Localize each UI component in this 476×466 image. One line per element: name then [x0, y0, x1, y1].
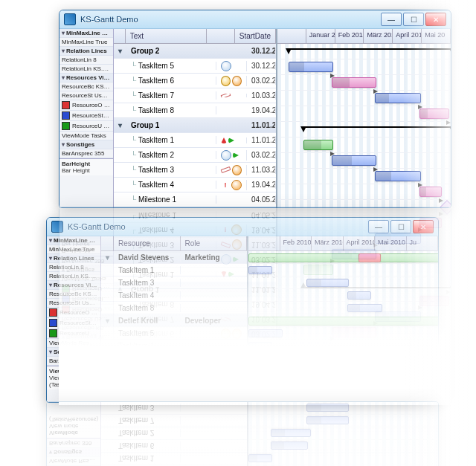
- task-row[interactable]: └ TaskItem 710.03.2010: [114, 88, 276, 103]
- task-bar[interactable]: [248, 342, 272, 350]
- property-row[interactable]: RelationLin 8: [47, 263, 100, 272]
- gantt-timeline[interactable]: Feb 2010März 2010April 2010Mai 2010Ju: [248, 401, 438, 466]
- task-bar[interactable]: [289, 62, 333, 72]
- property-row[interactable]: ResourceBc KS.Gantt.Bar: [47, 290, 100, 299]
- property-row[interactable]: BarAnsprec 355: [47, 357, 100, 366]
- property-row[interactable]: ViewMode Resources: [47, 456, 100, 465]
- overallocation-bar[interactable]: [358, 253, 381, 262]
- task-bar[interactable]: [306, 392, 349, 401]
- task-bar[interactable]: [271, 441, 308, 450]
- resource-group-row[interactable]: ▾Detlef KrollDeveloper: [101, 314, 247, 327]
- resource-task-row[interactable]: TaskItem 3: [101, 276, 247, 289]
- resource-task-row[interactable]: TaskItem 4: [101, 289, 247, 302]
- property-row[interactable]: ResourceO Red: [47, 308, 100, 318]
- property-row[interactable]: ResourceU Green: [60, 121, 113, 132]
- resource-task-row[interactable]: TaskItem 6: [101, 352, 247, 365]
- property-row[interactable]: ▾Resources View: [47, 281, 100, 290]
- task-bar[interactable]: [419, 187, 442, 197]
- property-row[interactable]: ResourceO Red: [60, 100, 113, 111]
- resource-task-row[interactable]: TaskItem 1: [101, 340, 247, 352]
- property-row[interactable]: ▾Sonstiges: [60, 140, 113, 149]
- property-row[interactable]: ▾Sonstiges: [47, 348, 100, 357]
- gantt-timeline[interactable]: Januar 2010Feb 2010März 2010April 2010Ma…: [277, 29, 451, 208]
- task-row[interactable]: └ TaskItem 111.01.2010: [114, 133, 276, 148]
- group-row[interactable]: ▾Group 111.01.2010: [114, 118, 276, 133]
- col-role-header[interactable]: Role: [181, 236, 248, 250]
- resource-summary-bar[interactable]: [248, 253, 438, 262]
- minimize-button[interactable]: —: [368, 220, 389, 233]
- property-row[interactable]: MinMaxLine True: [47, 245, 100, 254]
- property-row[interactable]: ResourceSt UseDefaultB: [47, 299, 100, 308]
- resource-group-row[interactable]: ▾David StevensMarketing: [101, 251, 247, 264]
- resource-summary-bar[interactable]: [248, 317, 438, 326]
- property-row[interactable]: ResourceSt Blue: [47, 318, 100, 329]
- property-grid[interactable]: ▾MinMaxLine KS.Gantt.LinMinMaxLine True▾…: [60, 29, 114, 208]
- resource-task-row[interactable]: TaskItem 1: [101, 452, 247, 465]
- task-bar[interactable]: [347, 291, 371, 300]
- close-button[interactable]: ✕: [425, 13, 446, 26]
- resource-task-row[interactable]: TaskItem 1: [101, 264, 247, 276]
- col-text-header[interactable]: Text: [126, 29, 207, 43]
- property-row[interactable]: RelationLin KS.Gantt.Lin: [60, 65, 113, 74]
- maximize-button[interactable]: ☐: [403, 13, 424, 26]
- row-toggle[interactable]: ▾: [114, 47, 126, 55]
- resource-task-row[interactable]: TaskItem 3: [101, 401, 247, 414]
- resource-task-row[interactable]: TaskItem 5: [101, 327, 247, 340]
- task-bar[interactable]: [419, 109, 449, 119]
- titlebar[interactable]: KS-Gantt Demo — ☐ ✕: [47, 218, 438, 236]
- task-bar[interactable]: [271, 429, 311, 437]
- property-row[interactable]: MinMaxLine True: [60, 38, 113, 47]
- task-bar[interactable]: [347, 304, 382, 312]
- task-bar[interactable]: [332, 77, 376, 88]
- property-row[interactable]: ▾Sonstiges: [47, 447, 100, 456]
- task-bar[interactable]: [248, 454, 272, 462]
- property-row[interactable]: BarAnsprec 355: [60, 149, 113, 158]
- task-bar[interactable]: [271, 355, 308, 363]
- task-row[interactable]: └ TaskItem 203.02.2010: [114, 148, 276, 163]
- resource-task-row[interactable]: TaskItem 6: [101, 439, 247, 452]
- property-row[interactable]: ViewMode Tasks: [60, 132, 113, 140]
- property-row[interactable]: RelationLin 8: [60, 56, 113, 65]
- property-row[interactable]: ▾Relation Lines: [47, 254, 100, 263]
- task-row[interactable]: └ TaskItem 4!19.04.2010: [114, 178, 276, 192]
- task-bar[interactable]: [306, 416, 349, 424]
- property-grid[interactable]: ▾MinMaxLine KS.Gantt.LinMinMaxLine True▾…: [47, 401, 101, 466]
- close-button[interactable]: ✕: [413, 220, 434, 233]
- maximize-button[interactable]: ☐: [390, 220, 411, 233]
- task-row[interactable]: └ TaskItem 311.03.2010: [114, 163, 276, 178]
- gantt-timeline[interactable]: Feb 2010März 2010April 2010Mai 2010Ju: [248, 236, 438, 403]
- property-row[interactable]: RelationLin KS.Gantt.Lin: [47, 272, 100, 281]
- task-row[interactable]: └ TaskItem 603.02.2010: [114, 74, 276, 88]
- property-row[interactable]: ResourceSt Blue: [60, 111, 113, 121]
- task-bar[interactable]: [306, 380, 349, 388]
- task-bar[interactable]: [248, 266, 272, 274]
- property-row[interactable]: BarAnsprec 355: [47, 439, 100, 447]
- task-bar[interactable]: [375, 171, 421, 181]
- task-bar[interactable]: [248, 329, 283, 337]
- property-row[interactable]: ResourceSt UseDefaultB: [60, 91, 113, 100]
- property-row[interactable]: ResourceU Green: [47, 329, 100, 339]
- resource-grid[interactable]: Resource Role ▾David StevensMarketingTas…: [101, 401, 248, 466]
- property-row[interactable]: ▾MinMaxLine KS.Gantt.Lin: [47, 236, 100, 245]
- property-grid[interactable]: ▾MinMaxLine KS.Gantt.LinMinMaxLine True▾…: [47, 236, 101, 403]
- row-toggle[interactable]: ▾: [101, 317, 114, 325]
- property-row[interactable]: ▾Resources View: [60, 74, 113, 82]
- resource-task-row[interactable]: TaskItem 8: [101, 302, 247, 314]
- task-grid[interactable]: Text StartDate ▾Group 230.12.2009└ TaskI…: [114, 29, 277, 208]
- task-bar[interactable]: [303, 140, 333, 150]
- property-row[interactable]: ViewMode Resources: [47, 339, 100, 348]
- task-bar[interactable]: [306, 404, 349, 412]
- resource-task-row[interactable]: TaskItem 3: [101, 390, 247, 403]
- minimize-button[interactable]: —: [381, 13, 402, 26]
- resource-task-row[interactable]: TaskItem 2: [101, 427, 247, 439]
- resource-task-row[interactable]: TaskItem 7: [101, 414, 247, 427]
- resource-grid[interactable]: Resource Role ▾David StevensMarketingTas…: [101, 236, 248, 403]
- row-toggle[interactable]: ▾: [114, 121, 126, 129]
- task-bar[interactable]: [306, 279, 349, 287]
- task-bar[interactable]: [271, 367, 311, 375]
- col-icons-header[interactable]: [207, 29, 235, 43]
- task-bar[interactable]: [375, 93, 421, 103]
- property-row[interactable]: ▾MinMaxLine KS.Gantt.Lin: [60, 29, 113, 38]
- task-row[interactable]: └ TaskItem 819.04.2010: [114, 103, 276, 118]
- titlebar[interactable]: KS-Gantt Demo — ☐ ✕: [60, 10, 451, 29]
